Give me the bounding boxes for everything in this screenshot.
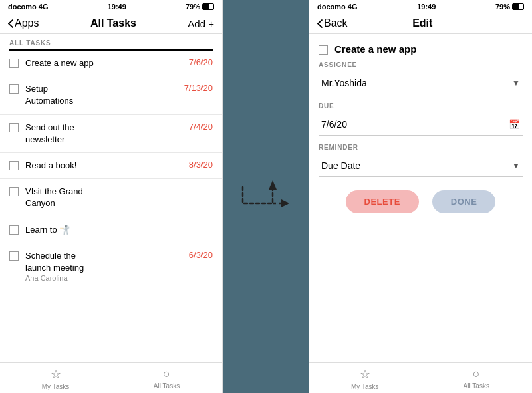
left-nav-bar: Apps All Tasks Add + xyxy=(0,13,222,34)
due-label: DUE xyxy=(319,102,523,110)
tab-all-tasks-right[interactable]: ○ All Tasks xyxy=(421,367,533,390)
right-nav-title: Edit xyxy=(412,17,432,29)
right-battery-bar: 79% xyxy=(495,3,524,11)
task-item[interactable]: VIsit the GrandCanyon xyxy=(0,179,222,217)
left-time: 19:49 xyxy=(108,3,126,11)
all-tasks-section-label: ALL TASKS xyxy=(0,34,222,49)
right-bottom-tabs: ☆ My Tasks ○ All Tasks xyxy=(309,362,532,393)
task-due-1: 7/6/20 xyxy=(189,57,213,67)
left-status-bar: docomo 4G 19:49 79% xyxy=(0,0,222,13)
task-item[interactable]: Create a new app 7/6/20 xyxy=(0,51,222,76)
left-battery: 79% xyxy=(186,3,214,11)
button-row: DELETE DONE xyxy=(319,190,523,213)
right-nav-bar: Back Edit xyxy=(309,13,532,34)
chevron-down-icon-reminder: ▼ xyxy=(512,161,520,170)
edit-form: Create a new app ASSIGNEE Mr.Yoshida ▼ D… xyxy=(309,34,532,362)
task-due-3: 7/4/20 xyxy=(189,122,213,132)
done-button[interactable]: DONE xyxy=(432,190,496,213)
transition-arrow xyxy=(236,174,296,220)
assignee-value: Mr.Yoshida xyxy=(321,78,367,88)
task-checkbox-2[interactable] xyxy=(9,84,19,94)
circle-icon-right: ○ xyxy=(473,367,480,381)
reminder-section: REMINDER Due Date ▼ xyxy=(319,144,523,177)
right-panel: docomo 4G 19:49 79% Back Edit Create a n… xyxy=(309,0,532,393)
tab-all-tasks-label-left: All Tasks xyxy=(154,382,180,390)
task-name-4: Read a book! xyxy=(25,160,182,172)
left-panel: docomo 4G 19:49 79% Apps All Tasks Add +… xyxy=(0,0,223,393)
star-icon-left: ☆ xyxy=(51,367,61,382)
task-checkbox-3[interactable] xyxy=(9,123,19,132)
apps-back-button[interactable]: Apps xyxy=(8,17,39,29)
task-name-5: VIsit the GrandCanyon xyxy=(25,186,213,209)
task-name-1: Create a new app xyxy=(25,57,182,69)
edit-back-label: Back xyxy=(324,17,348,29)
edit-task-title: Create a new app xyxy=(334,43,416,55)
due-section: DUE 7/6/20 📅 xyxy=(319,102,523,136)
middle-panel xyxy=(223,0,309,393)
tab-all-tasks-label-right: All Tasks xyxy=(464,382,489,390)
delete-button[interactable]: DELETE xyxy=(346,190,419,213)
task-due-2: 7/13/20 xyxy=(184,83,213,93)
task-checkbox-5[interactable] xyxy=(9,187,19,196)
tab-my-tasks-label-left: My Tasks xyxy=(42,383,70,390)
chevron-left-icon-right xyxy=(317,19,323,28)
tab-my-tasks-right[interactable]: ☆ My Tasks xyxy=(309,367,421,390)
task-item[interactable]: Send out thenewsletter 7/4/20 xyxy=(0,115,222,153)
svg-marker-0 xyxy=(269,180,277,190)
task-checkbox-6[interactable] xyxy=(9,225,19,235)
task-item[interactable]: Read a book! 8/3/20 xyxy=(0,153,222,179)
due-input-row[interactable]: 7/6/20 📅 xyxy=(319,114,523,136)
circle-icon-left: ○ xyxy=(163,367,170,381)
right-carrier: docomo 4G xyxy=(317,3,358,11)
assignee-section: ASSIGNEE Mr.Yoshida ▼ xyxy=(319,61,523,94)
task-item[interactable]: Schedule thelaunch meeting Ana Carolina … xyxy=(0,243,222,289)
edit-task-header: Create a new app xyxy=(319,34,523,61)
chevron-down-icon-assignee: ▼ xyxy=(512,78,520,88)
apps-back-label: Apps xyxy=(15,17,39,29)
task-name-2: SetupAutomations xyxy=(25,83,178,107)
right-time: 19:49 xyxy=(417,3,436,11)
due-value: 7/6/20 xyxy=(321,119,347,130)
battery-icon-right xyxy=(512,3,524,10)
reminder-value: Due Date xyxy=(321,160,360,171)
add-button[interactable]: Add + xyxy=(188,18,214,29)
task-item[interactable]: Learn to 🤺 xyxy=(0,217,222,243)
left-bottom-tabs: ☆ My Tasks ○ All Tasks xyxy=(0,362,222,393)
chevron-left-icon xyxy=(8,19,13,28)
task-name-6: Learn to 🤺 xyxy=(25,224,213,236)
left-nav-title: All Tasks xyxy=(90,17,136,29)
edit-back-button[interactable]: Back xyxy=(317,17,348,29)
reminder-select[interactable]: Due Date ▼ xyxy=(319,155,523,177)
tab-my-tasks-left[interactable]: ☆ My Tasks xyxy=(0,367,111,390)
left-carrier: docomo 4G xyxy=(8,3,49,11)
task-name-3: Send out thenewsletter xyxy=(25,122,182,146)
battery-icon-left xyxy=(202,3,214,10)
task-name-7: Schedule thelaunch meeting xyxy=(25,250,182,274)
task-checkbox-7[interactable] xyxy=(9,251,19,261)
task-due-4: 8/3/20 xyxy=(189,160,213,170)
assignee-select[interactable]: Mr.Yoshida ▼ xyxy=(319,72,523,94)
tab-all-tasks-left[interactable]: ○ All Tasks xyxy=(111,367,222,390)
task-list: Create a new app 7/6/20 SetupAutomations… xyxy=(0,51,222,362)
task-due-7: 6/3/20 xyxy=(189,250,213,260)
calendar-icon: 📅 xyxy=(509,119,520,130)
star-icon-right: ☆ xyxy=(360,367,370,382)
right-status-bar: docomo 4G 19:49 79% xyxy=(309,0,532,13)
tab-my-tasks-label-right: My Tasks xyxy=(351,383,379,390)
reminder-label: REMINDER xyxy=(319,144,523,151)
task-checkbox-1[interactable] xyxy=(9,59,19,68)
edit-task-checkbox[interactable] xyxy=(319,45,328,55)
task-checkbox-4[interactable] xyxy=(9,161,19,170)
svg-marker-2 xyxy=(281,199,289,207)
task-item[interactable]: SetupAutomations 7/13/20 xyxy=(0,76,222,114)
task-assignee-7: Ana Carolina xyxy=(25,274,182,282)
assignee-label: ASSIGNEE xyxy=(319,61,523,68)
